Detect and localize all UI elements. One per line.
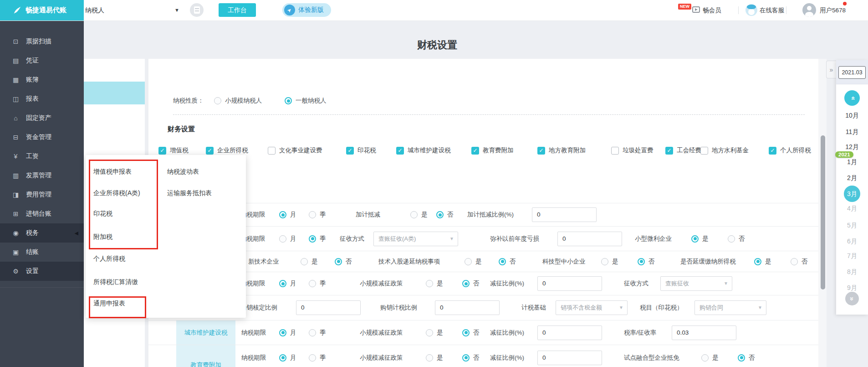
radio-small-scale-taxpayer[interactable] [214,97,221,104]
sidebar-item-费用管理[interactable]: ◨费用管理 [0,185,84,204]
sidebar-item-工资[interactable]: ¥工资 [0,147,84,166]
user-avatar-icon[interactable] [802,3,816,17]
month-item-11月[interactable]: 11月 [836,127,868,137]
radio-unselected[interactable] [426,280,433,287]
popup-item-通用申报表[interactable]: 通用申报表 [93,299,125,308]
tax-type-checkbox-文化事业建设费[interactable]: 文化事业建设费 [268,146,322,155]
month-item-6月[interactable]: 6月 [836,236,868,246]
dropdown-select[interactable]: 查账征收▼ [660,276,732,291]
radio-unselected[interactable] [728,235,735,243]
month-item-12月[interactable]: 12月 [836,142,868,152]
sidebar-item-进销台账[interactable]: ⊞进销台账 [0,204,84,223]
sidebar-item-设置[interactable]: ⚙设置 [0,262,84,281]
member-link[interactable]: 畅会员 [703,0,721,21]
scrollbar-thumb[interactable] [821,135,825,289]
user-name[interactable]: 用户5678 [820,0,846,21]
scroll-up-button[interactable]: » [844,90,860,106]
secondary-menu-selected-item[interactable] [84,82,145,104]
checkbox-checked-icon[interactable]: ✓ [471,147,479,155]
radio-selected[interactable] [462,329,470,336]
value-input[interactable]: 0.03 [672,326,736,340]
checkbox-unchecked-icon[interactable] [611,147,619,155]
radio-selected[interactable] [638,258,645,265]
radio-selected[interactable] [279,354,286,362]
popup-item-运输服务抵扣表[interactable]: 运输服务抵扣表 [167,188,212,197]
value-input[interactable]: 0 [537,326,602,340]
radio-unselected[interactable] [279,235,286,243]
month-item-10月[interactable]: 10月 [836,110,868,120]
checkbox-unchecked-icon[interactable] [268,147,276,155]
radio-selected[interactable] [499,258,506,265]
tax-type-checkbox-增值税[interactable]: ✓增值税 [158,146,189,155]
radio-unselected[interactable] [465,258,472,265]
dropdown-select[interactable]: 销项不含税金额▼ [556,300,628,315]
radio-selected[interactable] [462,280,470,287]
radio-selected[interactable] [279,280,286,287]
radio-selected[interactable] [738,354,745,362]
sidebar-item-凭证[interactable]: ▤凭证 [0,51,84,70]
checkbox-checked-icon[interactable]: ✓ [396,147,404,155]
checkbox-checked-icon[interactable]: ✓ [537,147,545,155]
month-item-8月[interactable]: 8月 [836,267,868,277]
month-item-4月[interactable]: 4月 [836,203,868,213]
radio-unselected[interactable] [701,354,709,362]
tax-type-checkbox-印花税[interactable]: ✓印花税 [346,146,376,155]
checkbox-unchecked-icon[interactable] [700,147,708,155]
assistant-icon[interactable] [190,3,204,17]
radio-selected[interactable] [279,329,286,336]
month-item-7月[interactable]: 7月 [836,251,868,261]
scroll-down-button[interactable]: » [845,292,859,305]
tax-type-checkbox-地方水利基金[interactable]: 地方水利基金 [700,146,749,155]
radio-selected[interactable] [335,258,342,265]
try-new-version-button[interactable]: ➤ 体验新版 [282,3,331,17]
month-item-3月[interactable]: 3月 [836,189,868,199]
popup-item-纳税波动表[interactable]: 纳税波动表 [167,167,199,176]
sidebar-item-固定资产[interactable]: ⌂固定资产 [0,109,84,128]
sidebar-item-发票管理[interactable]: ▥发票管理 [0,166,84,185]
radio-selected[interactable] [691,235,699,243]
dropdown-select[interactable]: 购销合同▼ [694,300,766,315]
tax-type-checkbox-企业所得税[interactable]: ✓企业所得税 [206,146,248,155]
popup-item-附加税[interactable]: 附加税 [93,232,112,241]
tax-type-checkbox-教育费附加[interactable]: ✓教育费附加 [471,146,514,155]
radio-unselected[interactable] [309,354,316,362]
popup-item-印花税[interactable]: 印花税 [93,209,112,218]
month-item-2月[interactable]: 2月 [836,173,868,183]
tax-type-checkbox-个人所得税[interactable]: ✓个人所得税 [769,146,811,155]
checkbox-checked-icon[interactable]: ✓ [158,147,166,155]
sidebar-item-票据扫描[interactable]: ⊡票据扫描 [0,32,84,51]
checkbox-checked-icon[interactable]: ✓ [206,147,214,155]
period-selector[interactable]: 2021.03 [838,66,866,79]
dropdown-select[interactable]: 查账征收(A类)▼ [373,232,458,246]
tax-type-checkbox-工会经费[interactable]: ✓工会经费 [665,146,701,155]
month-item-9月[interactable]: 9月 [836,283,868,293]
radio-unselected[interactable] [309,280,316,287]
tax-type-checkbox-垃圾处置费[interactable]: 垃圾处置费 [611,146,654,155]
checkbox-checked-icon[interactable]: ✓ [665,147,673,155]
month-item-5月[interactable]: 5月 [836,220,868,230]
value-input[interactable]: 0 [557,232,622,246]
radio-unselected[interactable] [410,211,418,218]
support-link[interactable]: 在线客服 [760,0,784,21]
radio-unselected[interactable] [791,258,798,265]
sidebar-item-账簿[interactable]: ▦账簿 [0,70,84,89]
radio-unselected[interactable] [309,329,316,336]
value-input[interactable]: 0 [435,300,500,315]
radio-unselected[interactable] [426,354,433,362]
popup-item-所得税汇算清缴[interactable]: 所得税汇算清缴 [93,277,138,286]
radio-unselected[interactable] [426,329,433,336]
radio-selected[interactable] [754,258,761,265]
radio-selected[interactable] [462,354,470,362]
radio-selected[interactable] [436,211,444,218]
popup-item-个人所得税[interactable]: 个人所得税 [93,254,125,263]
radio-selected[interactable] [279,211,286,218]
checkbox-checked-icon[interactable]: ✓ [769,147,776,155]
workbench-button[interactable]: 工作台 [219,3,256,17]
sidebar-item-税务[interactable]: ◉税务◀ [0,223,84,243]
collapse-panel-tab[interactable]: » [826,61,836,78]
value-input[interactable]: 0 [296,300,361,315]
radio-unselected[interactable] [601,258,608,265]
taxpayer-dropdown[interactable]: 纳税人 [85,0,104,21]
radio-selected[interactable] [309,235,316,243]
month-item-1月[interactable]: 1月 [836,157,868,167]
